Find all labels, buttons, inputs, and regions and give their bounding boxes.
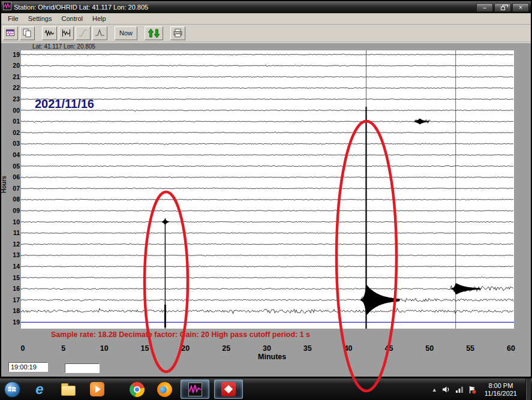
slope-tool-button[interactable]	[76, 26, 91, 40]
menu-settings[interactable]: Settings	[23, 14, 57, 23]
hour-label-0: 19	[13, 51, 20, 58]
clock-time: 8:00 PM	[485, 382, 517, 390]
date-label: 2021/11/16	[35, 97, 94, 110]
hour-label-5: 00	[13, 107, 20, 114]
waveform-icon	[44, 28, 55, 38]
peak-filter-icon	[95, 28, 105, 38]
minute-label-40: 40	[344, 344, 353, 353]
minimize-button[interactable]: –	[476, 3, 493, 12]
menu-file[interactable]: File	[3, 14, 23, 23]
hour-label-9: 04	[13, 151, 20, 158]
taskbar-red-app[interactable]	[214, 380, 243, 399]
restore-icon	[501, 7, 505, 10]
minute-label-50: 50	[425, 344, 434, 353]
restore-button[interactable]	[494, 3, 511, 12]
minute-label-25: 25	[222, 344, 230, 353]
copy-view-button[interactable]	[20, 26, 35, 40]
taskbar-chrome[interactable]	[128, 380, 146, 399]
hour-label-15: 10	[13, 218, 20, 225]
taskbar-file-explorer[interactable]	[59, 380, 77, 399]
hour-label-4: 23	[13, 95, 20, 103]
hour-label-23: 18	[13, 307, 20, 314]
app-window: Station: Ohrid/OHRID Lat: 41.117 Lon: 20…	[0, 0, 532, 378]
taskbar-seismograph-app[interactable]	[181, 380, 209, 399]
hour-label-14: 09	[13, 207, 20, 214]
hour-label-13: 08	[13, 196, 20, 203]
open-station-button[interactable]	[3, 26, 18, 40]
hour-label-19: 14	[13, 263, 20, 270]
hour-label-11: 06	[13, 173, 20, 181]
hour-label-16: 11	[13, 229, 20, 236]
hour-label-8: 03	[13, 140, 20, 147]
station-window-icon	[5, 28, 16, 38]
hour-label-12: 07	[13, 185, 20, 192]
taskbar-firefox[interactable]	[155, 380, 173, 399]
hidden-icons-button[interactable]: ▲	[432, 387, 437, 393]
minute-label-20: 20	[181, 344, 190, 353]
current-time-field[interactable]	[8, 362, 48, 372]
chrome-icon	[130, 382, 145, 397]
minimize-icon: –	[483, 4, 486, 11]
extract-waveform-button[interactable]	[59, 26, 74, 40]
minute-label-15: 15	[141, 344, 149, 353]
acquisition-info-label: Sample rate: 18.28 Decimate factor: Gain…	[51, 330, 310, 339]
scroll-updown-button[interactable]	[145, 26, 163, 40]
action-center-flag-icon[interactable]	[468, 386, 476, 394]
print-button[interactable]	[170, 26, 185, 40]
filter-tool-button[interactable]	[92, 26, 107, 40]
hours-axis-title: Hours	[1, 176, 7, 193]
window-title: Station: Ohrid/OHRID Lat: 41.117 Lon: 20…	[14, 4, 474, 11]
taskbar-clock[interactable]: 8:00 PM 11/16/2021	[485, 382, 517, 398]
hour-label-20: 15	[13, 274, 20, 281]
desktop-screen: Station: Ohrid/OHRID Lat: 41.117 Lon: 20…	[0, 0, 532, 400]
hour-label-24: 19	[13, 318, 20, 326]
show-desktop-button[interactable]	[525, 378, 531, 400]
app-icon	[3, 2, 11, 13]
play-glyph	[95, 386, 101, 393]
taskbar-start-orb[interactable]	[3, 380, 21, 399]
minute-label-35: 35	[303, 344, 312, 353]
minute-label-10: 10	[100, 344, 109, 353]
minutes-axis-title: Minutes	[258, 353, 286, 361]
printer-icon	[173, 28, 183, 38]
network-icon[interactable]	[455, 386, 464, 393]
aux-field[interactable]	[65, 363, 100, 373]
slope-icon	[78, 28, 88, 38]
volume-icon[interactable]	[442, 386, 450, 393]
menu-control[interactable]: Control	[56, 14, 87, 23]
menu-help[interactable]: Help	[88, 14, 111, 23]
taskbar-apps: e	[3, 378, 249, 400]
titlebar[interactable]: Station: Ohrid/OHRID Lat: 41.117 Lon: 20…	[1, 1, 531, 13]
hour-label-1: 20	[13, 62, 20, 69]
close-button[interactable]: ×	[512, 3, 529, 12]
green-up-down-arrows-icon	[148, 28, 160, 38]
hour-label-2: 21	[13, 73, 20, 80]
helicorder-plot[interactable]: 1920212223000102030405060708091011121314…	[1, 43, 531, 377]
minute-label-60: 60	[507, 344, 515, 353]
clock-date: 11/16/2021	[485, 390, 517, 398]
minute-label-45: 45	[385, 344, 393, 353]
folder-icon	[61, 386, 76, 396]
hour-label-22: 17	[13, 296, 20, 303]
event-spike-thick	[164, 305, 166, 327]
taskbar-media-player[interactable]	[88, 380, 106, 399]
hour-label-21: 16	[13, 285, 20, 292]
minute-label-55: 55	[466, 344, 474, 353]
firefox-icon	[157, 382, 172, 397]
waveform-view-button[interactable]	[42, 26, 57, 40]
taskbar: e ▲ 8:00 PM 11/16/2021	[0, 378, 532, 400]
window-controls: – ×	[476, 3, 529, 12]
diamond-glyph	[224, 385, 233, 393]
taskbar-internet-explorer[interactable]: e	[31, 380, 49, 399]
seismograph-app-icon	[188, 383, 202, 396]
hour-label-6: 01	[13, 118, 20, 125]
start-orb-icon	[4, 381, 20, 398]
media-player-icon	[90, 382, 104, 396]
minute-label-30: 30	[263, 344, 271, 353]
now-button[interactable]: Now	[115, 26, 137, 40]
menubar: FileSettingsControlHelp	[1, 13, 531, 25]
station-coords-label: Lat: 41.117 Lon: 20.805	[32, 43, 95, 50]
red-app-icon	[221, 382, 236, 396]
plot-background	[21, 50, 514, 329]
hour-label-7: 02	[13, 129, 20, 136]
